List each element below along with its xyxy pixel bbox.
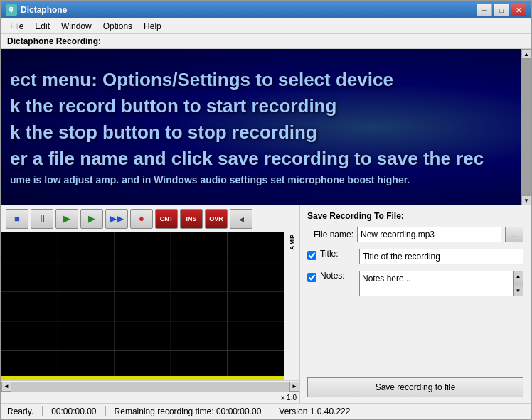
pause-button[interactable]: ⏸ (31, 209, 53, 229)
play2-button[interactable]: ▶ (80, 209, 103, 229)
main-content: ■ ⏸ ▶ ▶ ▶▶ ● CNT INS OVR ◂ (1, 205, 531, 403)
h-scrollbar[interactable]: ◄ ► (1, 380, 299, 392)
ovr-button[interactable]: OVR (205, 209, 228, 229)
window-title: Dictaphone (21, 5, 477, 15)
scroll-right-btn[interactable]: ► (289, 382, 299, 392)
notes-field-label: Notes: (320, 271, 356, 281)
minimize-button[interactable]: ─ (477, 4, 492, 16)
filename-row: File name: ... (307, 227, 523, 242)
instruction-area: ect menu: Options/Settings to select dev… (1, 49, 531, 205)
title-checkbox[interactable] (307, 251, 316, 260)
filename-input[interactable] (357, 227, 501, 242)
menu-file[interactable]: File (4, 20, 29, 33)
waveform-container: AMP (1, 232, 299, 380)
menu-window[interactable]: Window (55, 20, 97, 33)
waveform-grid (1, 232, 284, 380)
menu-edit[interactable]: Edit (29, 20, 55, 33)
title-input[interactable] (359, 249, 523, 264)
amp-scale: AMP (284, 232, 299, 380)
app-icon: 🎙 (6, 4, 17, 16)
zoom-label: x 1.0 (1, 392, 299, 403)
play-button[interactable]: ▶ (55, 209, 78, 229)
save-panel-title: Save Recording To File: (307, 211, 523, 221)
instruction-text: ect menu: Options/Settings to select dev… (1, 49, 531, 205)
status-ready: Ready. (7, 406, 43, 416)
notes-scroll-up[interactable]: ▲ (514, 271, 523, 281)
instr-line-1: ect menu: Options/Settings to select dev… (10, 69, 522, 91)
instr-line-4: er a file name and click save recording … (10, 148, 522, 170)
notes-wrapper: ▲ ▼ (359, 271, 523, 296)
notes-textarea[interactable] (359, 271, 514, 296)
instr-line-5: ume is low adjust amp. and in Windows au… (10, 174, 522, 185)
menu-help[interactable]: Help (138, 20, 167, 33)
ff-button[interactable]: ▶▶ (105, 209, 128, 229)
notes-row: Notes: ▲ ▼ (307, 271, 523, 371)
menu-options[interactable]: Options (97, 20, 138, 33)
notes-checkbox[interactable] (307, 273, 316, 282)
title-bar: 🎙 Dictaphone ─ □ ✕ (1, 1, 531, 18)
notes-scrollbar[interactable]: ▲ ▼ (514, 271, 523, 296)
save-recording-button[interactable]: Save recording to file (307, 377, 523, 397)
transport-bar: ■ ⏸ ▶ ▶ ▶▶ ● CNT INS OVR ◂ (1, 205, 299, 232)
title-field-label: Title: (320, 249, 356, 259)
scroll-track[interactable] (11, 382, 289, 392)
amp-label: AMP (289, 234, 296, 250)
instr-line-2: k the record button to start recording (10, 95, 522, 117)
menu-bar: File Edit Window Options Help (1, 18, 531, 34)
recording-label: Dictaphone Recording: (1, 34, 531, 49)
ins-button[interactable]: INS (180, 209, 203, 229)
status-version: Version 1.0.40.222 (270, 406, 358, 416)
erase-button[interactable]: ◂ (230, 209, 252, 229)
waveform-canvas (1, 232, 284, 380)
record-button[interactable]: ● (130, 209, 153, 229)
waveform-progress-bar (1, 376, 284, 380)
status-remaining: Remaining recording time: 00:00:00.00 (106, 406, 271, 416)
status-bar: Ready. 00:00:00.00 Remaining recording t… (1, 403, 531, 419)
right-panel: Save Recording To File: File name: ... T… (300, 205, 531, 403)
notes-scroll-down[interactable]: ▼ (514, 286, 523, 296)
instruction-scrollbar[interactable]: ▲ ▼ (521, 49, 531, 205)
filename-label: File name: (307, 230, 353, 239)
left-panel: ■ ⏸ ▶ ▶ ▶▶ ● CNT INS OVR ◂ (1, 205, 300, 403)
instr-line-3: k the stop button to stop recording (10, 122, 522, 144)
title-row: Title: (307, 249, 523, 264)
scroll-thumb[interactable] (521, 59, 531, 195)
window-controls: ─ □ ✕ (477, 4, 526, 16)
stop-button[interactable]: ■ (6, 209, 28, 229)
maximize-button[interactable]: □ (494, 4, 509, 16)
main-window: 🎙 Dictaphone ─ □ ✕ File Edit Window Opti… (0, 0, 532, 420)
scroll-left-btn[interactable]: ◄ (1, 382, 11, 392)
close-button[interactable]: ✕ (511, 4, 526, 16)
scroll-down-btn[interactable]: ▼ (521, 195, 531, 205)
scroll-up-btn[interactable]: ▲ (521, 49, 531, 59)
browse-button[interactable]: ... (505, 227, 523, 242)
status-time: 00:00:00.00 (43, 406, 105, 416)
cnt-button[interactable]: CNT (155, 209, 178, 229)
